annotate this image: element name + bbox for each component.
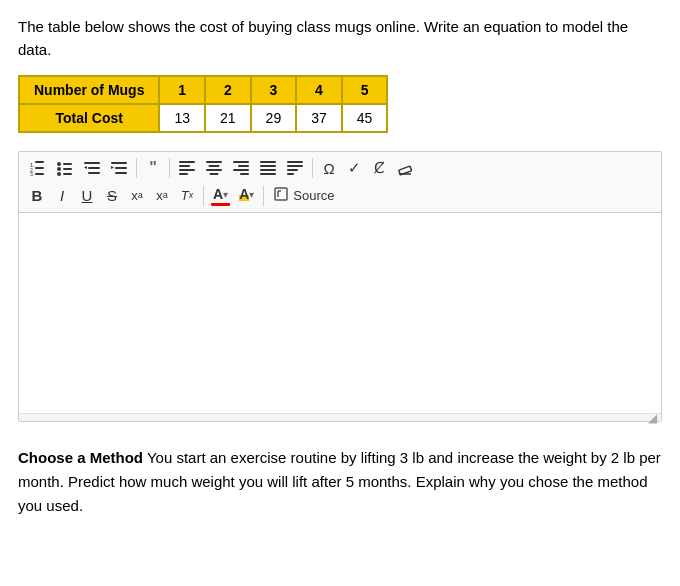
cost-val-4: 37 (296, 104, 342, 132)
svg-point-6 (57, 162, 61, 166)
sep-3 (312, 158, 313, 178)
svg-point-8 (57, 167, 61, 171)
cost-val-5: 45 (342, 104, 388, 132)
svg-rect-3 (35, 167, 44, 169)
svg-rect-39 (287, 173, 294, 175)
svg-rect-36 (287, 161, 303, 163)
svg-rect-29 (238, 165, 249, 167)
svg-rect-21 (179, 165, 190, 167)
svg-rect-7 (63, 163, 72, 165)
align-extra-button[interactable] (282, 156, 308, 180)
justify-button[interactable] (255, 156, 281, 180)
background-color-button[interactable]: A ▾ (234, 184, 259, 208)
svg-rect-11 (63, 173, 72, 175)
svg-rect-24 (206, 161, 222, 163)
underline-button[interactable]: U (75, 184, 99, 208)
svg-rect-18 (115, 172, 127, 174)
svg-rect-20 (179, 161, 195, 163)
bottom-section: Choose a Method You start an exercise ro… (18, 446, 662, 518)
svg-rect-27 (210, 173, 219, 175)
blockquote-button[interactable]: " (141, 156, 165, 180)
remove-format-button[interactable]: Tx (175, 184, 199, 208)
svg-rect-1 (35, 161, 44, 163)
svg-rect-31 (240, 173, 249, 175)
svg-point-10 (57, 172, 61, 176)
svg-rect-26 (206, 169, 222, 171)
svg-rect-33 (260, 165, 276, 167)
svg-rect-38 (287, 169, 298, 171)
col-header-cost: Total Cost (19, 104, 159, 132)
subscript-button[interactable]: xa (125, 184, 149, 208)
checkmark-button[interactable]: ✓ (342, 156, 366, 180)
rich-text-editor: 1. 2. 3. (18, 151, 662, 422)
data-table: Number of Mugs 1 2 3 4 5 Total Cost 13 2… (18, 75, 388, 133)
sep-2 (169, 158, 170, 178)
sep-1 (136, 158, 137, 178)
svg-rect-42 (275, 188, 287, 200)
toolbar-row-2: B I U S xa xa Tx A ▾ A ▾ (25, 183, 655, 208)
bottom-paragraph: Choose a Method You start an exercise ro… (18, 446, 662, 518)
svg-rect-25 (209, 165, 220, 167)
toolbar: 1. 2. 3. (19, 152, 661, 213)
intro-text: The table below shows the cost of buying… (18, 16, 662, 61)
ordered-list-button[interactable]: 1. 2. 3. (25, 156, 51, 180)
svg-rect-17 (115, 167, 127, 169)
svg-rect-35 (260, 173, 276, 175)
cost-val-2: 21 (205, 104, 251, 132)
svg-rect-37 (287, 165, 303, 167)
col-header-mugs: Number of Mugs (19, 76, 159, 104)
strikethrough-button[interactable]: S (100, 184, 124, 208)
svg-rect-13 (88, 167, 100, 169)
align-center-button[interactable] (201, 156, 227, 180)
toolbar-row-1: 1. 2. 3. (25, 156, 655, 180)
eraser-button[interactable] (392, 156, 418, 180)
align-left-button[interactable] (174, 156, 200, 180)
cost-val-1: 13 (159, 104, 205, 132)
superscript-button[interactable]: xa (150, 184, 174, 208)
source-icon (273, 186, 289, 205)
cost-val-3: 29 (251, 104, 297, 132)
editor-resize-handle[interactable]: ◢ (19, 413, 661, 421)
svg-rect-32 (260, 161, 276, 163)
sep-5 (263, 186, 264, 206)
unordered-list-button[interactable] (52, 156, 78, 180)
special-char-button[interactable]: Ω (317, 156, 341, 180)
col-val-1: 1 (159, 76, 205, 104)
bold-button[interactable]: B (25, 184, 49, 208)
svg-rect-5 (35, 173, 44, 175)
font-color-button[interactable]: A ▾ (208, 184, 233, 208)
svg-text:3.: 3. (30, 171, 34, 176)
align-right-button[interactable] (228, 156, 254, 180)
svg-rect-9 (63, 168, 72, 170)
editor-content-area[interactable] (19, 213, 661, 413)
bottom-label: Choose a Method (18, 449, 143, 466)
source-label: Source (293, 188, 334, 203)
col-val-3: 3 (251, 76, 297, 104)
col-val-4: 4 (296, 76, 342, 104)
svg-rect-28 (233, 161, 249, 163)
svg-rect-14 (88, 172, 100, 174)
resize-icon: ◢ (648, 411, 657, 425)
svg-rect-30 (233, 169, 249, 171)
svg-marker-19 (111, 166, 114, 169)
sep-4 (203, 186, 204, 206)
svg-rect-16 (111, 162, 127, 164)
svg-marker-15 (84, 166, 87, 169)
indent-decrease-button[interactable] (79, 156, 105, 180)
svg-rect-23 (179, 173, 188, 175)
col-val-2: 2 (205, 76, 251, 104)
copyright-button[interactable]: Ȼ (367, 156, 391, 180)
indent-increase-button[interactable] (106, 156, 132, 180)
svg-rect-34 (260, 169, 276, 171)
svg-rect-22 (179, 169, 195, 171)
source-button[interactable]: Source (268, 183, 339, 208)
svg-rect-12 (84, 162, 100, 164)
col-val-5: 5 (342, 76, 388, 104)
italic-button[interactable]: I (50, 184, 74, 208)
